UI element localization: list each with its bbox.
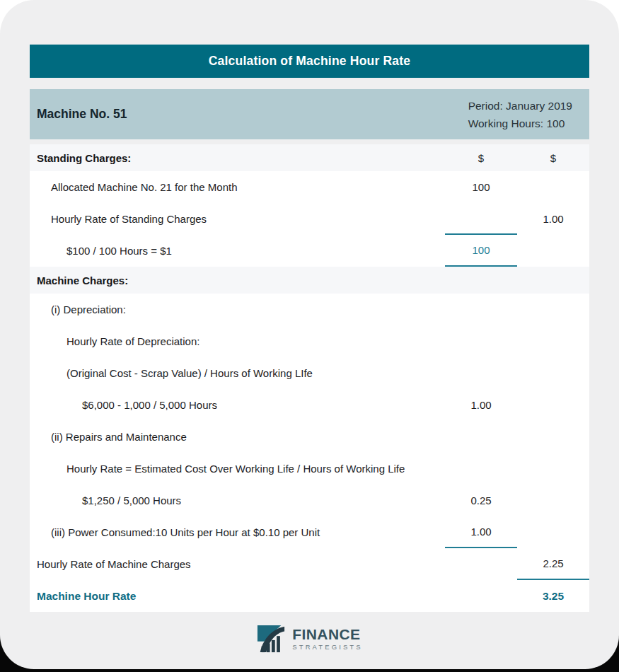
row-label: Hourly Rate = Estimated Cost Over Workin… bbox=[30, 453, 445, 485]
amount-col2 bbox=[517, 235, 589, 267]
amount-col1 bbox=[445, 421, 517, 453]
row-label: (Original Cost - Scrap Value) / Hours of… bbox=[30, 357, 445, 389]
table-row: $1,250 / 5,000 Hours0.25 bbox=[30, 485, 589, 516]
table-row: (ii) Repairs and Maintenance bbox=[30, 421, 589, 453]
amount-col1: 0.25 bbox=[445, 485, 517, 516]
table-row: Allocated Machine No. 21 for the Month10… bbox=[30, 171, 589, 203]
amount-col1 bbox=[445, 453, 517, 485]
amount-col2 bbox=[517, 389, 589, 421]
period-info: Period: January 2019 Working Hours: 100 bbox=[468, 97, 572, 132]
footer-brand: FINANCE STRATEGISTS bbox=[0, 624, 619, 654]
amount-col2 bbox=[517, 453, 589, 485]
title-bar: Calculation of Machine Hour Rate bbox=[30, 45, 589, 78]
row-label: $6,000 - 1,000 / 5,000 Hours bbox=[30, 389, 445, 421]
table-row: (Original Cost - Scrap Value) / Hours of… bbox=[30, 357, 589, 389]
brand-name-finance: FINANCE bbox=[292, 627, 362, 642]
amount-col1 bbox=[445, 357, 517, 389]
table-row: Hourly Rate of Depreciation: bbox=[30, 325, 589, 357]
section-header-row: Standing Charges:$$ bbox=[30, 144, 589, 171]
working-hours-line: Working Hours: 100 bbox=[468, 115, 572, 132]
amount-col2: 2.25 bbox=[517, 548, 589, 580]
charges-table: Standing Charges:$$Allocated Machine No.… bbox=[30, 144, 589, 612]
page-title: Calculation of Machine Hour Rate bbox=[209, 54, 410, 69]
table-row: Machine Hour Rate3.25 bbox=[30, 580, 589, 612]
amount-col2 bbox=[517, 421, 589, 453]
row-label: (ii) Repairs and Maintenance bbox=[30, 421, 445, 453]
brand-name-strategists: STRATEGISTS bbox=[292, 644, 362, 651]
amount-col2 bbox=[517, 485, 589, 516]
amount-col2: 1.00 bbox=[517, 203, 589, 235]
amount-col1: 1.00 bbox=[445, 516, 517, 548]
machine-info-band: Machine No. 51 Period: January 2019 Work… bbox=[30, 89, 589, 139]
row-label: Hourly Rate of Depreciation: bbox=[30, 325, 445, 357]
table-row: Hourly Rate of Standing Charges1.00 bbox=[30, 203, 589, 235]
row-label: Machine Hour Rate bbox=[30, 580, 445, 612]
amount-col1: 100 bbox=[445, 171, 517, 203]
page: Calculation of Machine Hour Rate Machine… bbox=[0, 0, 619, 672]
row-label: Allocated Machine No. 21 for the Month bbox=[30, 171, 445, 203]
table-row: $100 / 100 Hours = $1100 bbox=[30, 235, 589, 267]
finance-strategists-logo-icon bbox=[256, 624, 286, 654]
section-header-row: Machine Charges: bbox=[30, 267, 589, 294]
amount-col2 bbox=[517, 294, 589, 325]
amount-col2 bbox=[517, 357, 589, 389]
row-label: $100 / 100 Hours = $1 bbox=[30, 235, 445, 267]
row-label: (i) Depreciation: bbox=[30, 294, 445, 325]
table-row: (iii) Power Consumed:10 Units per Hour a… bbox=[30, 516, 589, 548]
table-row: Hourly Rate of Machine Charges2.25 bbox=[30, 548, 589, 580]
row-label: (iii) Power Consumed:10 Units per Hour a… bbox=[30, 516, 445, 548]
amount-col1 bbox=[445, 580, 517, 612]
brand-wordmark: FINANCE STRATEGISTS bbox=[292, 627, 362, 651]
amount-col1: 100 bbox=[445, 235, 517, 267]
amount-col2: 3.25 bbox=[517, 580, 589, 612]
amount-col1 bbox=[445, 548, 517, 580]
row-label: Machine Charges: bbox=[30, 267, 445, 294]
amount-col2: $ bbox=[517, 144, 589, 171]
amount-col2 bbox=[517, 267, 589, 294]
amount-col1 bbox=[445, 294, 517, 325]
amount-col1: $ bbox=[445, 144, 517, 171]
amount-col1: 1.00 bbox=[445, 389, 517, 421]
amount-col1 bbox=[445, 267, 517, 294]
row-label: Hourly Rate of Standing Charges bbox=[30, 203, 445, 235]
table-row: Hourly Rate = Estimated Cost Over Workin… bbox=[30, 453, 589, 485]
amount-col1 bbox=[445, 203, 517, 235]
table-row: (i) Depreciation: bbox=[30, 294, 589, 325]
period-line: Period: January 2019 bbox=[468, 97, 572, 115]
table-row: $6,000 - 1,000 / 5,000 Hours1.00 bbox=[30, 389, 589, 421]
row-label: Hourly Rate of Machine Charges bbox=[30, 548, 445, 580]
amount-col2 bbox=[517, 325, 589, 357]
amount-col2 bbox=[517, 171, 589, 203]
amount-col1 bbox=[445, 325, 517, 357]
machine-number-label: Machine No. 51 bbox=[37, 107, 127, 122]
row-label: Standing Charges: bbox=[30, 144, 445, 171]
amount-col2 bbox=[517, 516, 589, 548]
card-background: Calculation of Machine Hour Rate Machine… bbox=[0, 0, 619, 669]
row-label: $1,250 / 5,000 Hours bbox=[30, 485, 445, 516]
